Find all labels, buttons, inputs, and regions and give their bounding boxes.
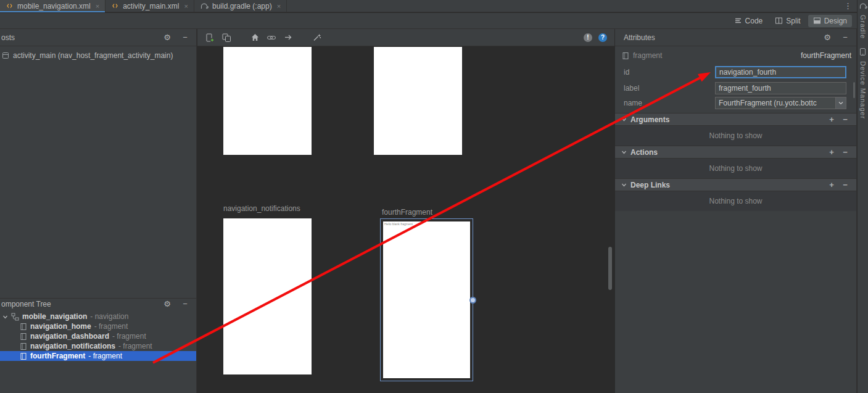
chevron-down-icon[interactable]: [2, 314, 8, 320]
view-mode-bar: Code Split Design: [0, 13, 857, 29]
tree-item-navigation-dashboard[interactable]: navigation_dashboard - fragment: [0, 331, 196, 341]
view-mode-split[interactable]: Split: [770, 15, 805, 27]
tree-item-type: - fragment: [112, 332, 146, 341]
tab-mobile-navigation-xml[interactable]: mobile_navigation.xml ×: [0, 0, 105, 12]
xml-file-icon: [6, 2, 14, 10]
host-item-activity-main[interactable]: activity_main (nav_host_fragment_activit…: [0, 46, 196, 60]
tab-close-icon[interactable]: ×: [96, 2, 99, 10]
view-mode-code[interactable]: Code: [729, 15, 768, 27]
component-type: fragment: [633, 51, 797, 60]
remove-icon[interactable]: −: [840, 180, 850, 190]
gear-icon[interactable]: ⚙: [822, 33, 832, 43]
attribute-label: name: [624, 99, 642, 107]
tree-item-name: navigation_home: [30, 322, 91, 331]
tree-item-mobile-navigation[interactable]: mobile_navigation - navigation: [0, 312, 196, 321]
empty-message: Nothing to show: [615, 159, 856, 178]
remove-icon[interactable]: −: [840, 147, 850, 157]
fragment-preview-fourth[interactable]: Hello blank fragment: [380, 218, 473, 381]
tab-overflow-icon[interactable]: ⋮: [839, 0, 857, 12]
fragment-label-notifications[interactable]: navigation_notifications: [223, 204, 300, 213]
attribute-label: id: [624, 68, 629, 77]
fragment-preview-notifications[interactable]: [223, 218, 312, 374]
canvas-scrollbar[interactable]: [608, 247, 612, 290]
fragment-preview-1[interactable]: [223, 47, 312, 155]
gear-icon[interactable]: ⚙: [162, 299, 172, 309]
attribute-label: label: [624, 84, 639, 93]
help-icon[interactable]: ?: [598, 33, 607, 42]
view-mode-label: Design: [824, 17, 847, 25]
gradle-tool-button[interactable]: Gradle: [859, 15, 867, 39]
attribute-row-id: id: [615, 65, 856, 80]
link-icon[interactable]: [267, 33, 276, 43]
split-icon: [775, 17, 783, 25]
id-input[interactable]: [715, 66, 846, 78]
add-icon[interactable]: +: [827, 180, 837, 190]
minimize-icon[interactable]: −: [180, 33, 190, 43]
fragment-preview-2[interactable]: [374, 47, 462, 155]
section-header-actions[interactable]: Actions + −: [615, 146, 856, 159]
host-item-label: activity_main (nav_host_fragment_activit…: [13, 51, 173, 60]
attribute-row-label: label: [615, 81, 856, 96]
tree-item-navigation-home[interactable]: navigation_home - fragment: [0, 321, 196, 331]
tree-item-navigation-notifications[interactable]: navigation_notifications - fragment: [0, 341, 196, 351]
remove-icon[interactable]: −: [840, 115, 850, 125]
device-manager-tool-button[interactable]: Device Manager: [859, 61, 867, 119]
add-icon[interactable]: +: [827, 115, 837, 125]
action-arrow-icon[interactable]: [283, 33, 293, 43]
tree-item-type: - fragment: [118, 342, 152, 350]
nested-graph-icon[interactable]: [221, 33, 231, 43]
view-mode-label: Split: [786, 17, 800, 25]
component-id: fourthFragment: [801, 51, 851, 60]
tree-item-fourth-fragment[interactable]: fourthFragment - fragment: [0, 351, 196, 361]
tab-label: build.gradle (:app): [212, 2, 272, 10]
add-destination-icon[interactable]: [205, 33, 215, 43]
component-tree: mobile_navigation - navigation navigatio…: [0, 312, 196, 361]
tree-item-type: - navigation: [90, 312, 128, 321]
view-mode-design[interactable]: Design: [808, 15, 852, 27]
design-surface[interactable]: ! ? navigation_notifications fourthFragm…: [197, 29, 614, 393]
tab-close-icon[interactable]: ×: [277, 2, 281, 10]
attributes-panel-title: Attributes: [624, 33, 814, 42]
attributes-scrollbar[interactable]: [853, 82, 855, 98]
home-icon[interactable]: [250, 33, 260, 43]
tab-label: mobile_navigation.xml: [17, 2, 91, 10]
design-toolbar: ! ?: [197, 29, 614, 46]
fragment-icon: [20, 352, 27, 360]
hosts-panel-title: osts: [1, 33, 154, 42]
gradle-icon: [859, 2, 867, 10]
tab-close-icon[interactable]: ×: [184, 2, 188, 10]
tree-item-name: mobile_navigation: [22, 312, 87, 321]
auto-arrange-icon[interactable]: [312, 33, 321, 43]
section-title: Actions: [630, 148, 823, 157]
label-input[interactable]: [715, 82, 846, 94]
tab-build-gradle[interactable]: build.gradle (:app) ×: [194, 0, 287, 12]
empty-message: Nothing to show: [615, 191, 856, 211]
hosts-panel: osts ⚙ − activity_main (nav_host_fragmen…: [0, 29, 197, 393]
minimize-icon[interactable]: −: [840, 33, 850, 43]
tab-label: activity_main.xml: [123, 2, 179, 10]
selection-handle[interactable]: [469, 297, 476, 304]
section-header-deep-links[interactable]: Deep Links + −: [615, 178, 856, 191]
xml-file-icon: [111, 2, 119, 10]
view-mode-label: Code: [745, 17, 763, 25]
section-header-arguments[interactable]: Arguments + −: [615, 113, 856, 126]
attributes-panel: Attributes ⚙ − fragment fourthFragment i…: [615, 29, 857, 393]
activity-icon: [2, 52, 9, 59]
fragment-preview-content: Hello blank fragment: [383, 221, 470, 378]
indicator-group: ! ?: [584, 33, 607, 42]
fragment-label-fourth[interactable]: fourthFragment: [382, 208, 432, 217]
nav-graph-icon: [11, 313, 19, 321]
fragment-icon: [20, 342, 27, 350]
chevron-down-icon: [621, 149, 627, 155]
gear-icon[interactable]: ⚙: [162, 33, 172, 43]
add-icon[interactable]: +: [827, 147, 837, 157]
tree-item-type: - fragment: [88, 352, 122, 360]
tree-item-type: - fragment: [94, 322, 128, 331]
tree-item-name: navigation_notifications: [30, 342, 115, 350]
attribute-row-name: name FourthFragment (ru.yotc.bottc: [615, 96, 856, 110]
tab-activity-main-xml[interactable]: activity_main.xml ×: [105, 0, 194, 12]
minimize-icon[interactable]: −: [180, 299, 190, 309]
chevron-down-icon: [621, 182, 627, 188]
name-dropdown[interactable]: FourthFragment (ru.yotc.bottc: [715, 97, 846, 109]
warning-indicator[interactable]: !: [584, 33, 592, 42]
